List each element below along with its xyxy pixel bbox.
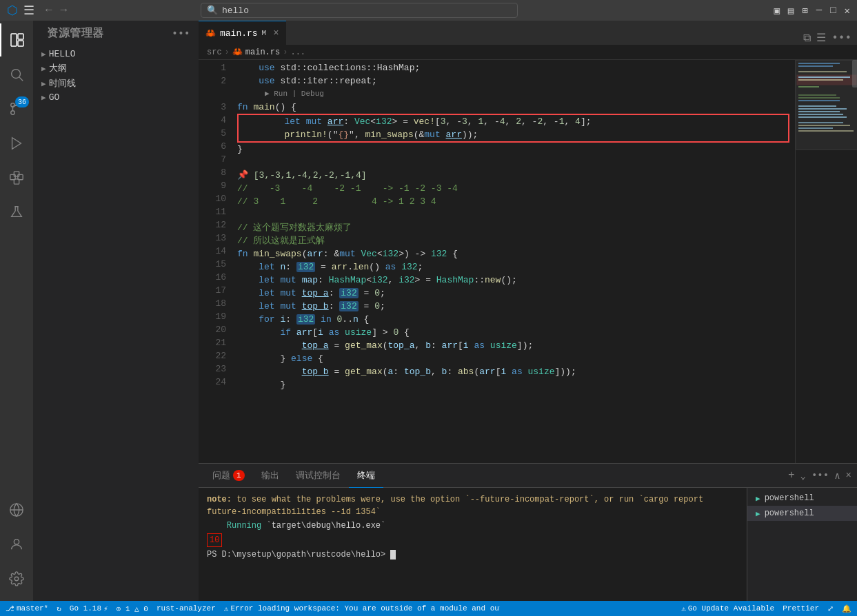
status-error-msg[interactable]: ⚠ Error loading workspace: You are outsi…	[224, 604, 500, 613]
terminal-item-powershell-1[interactable]: ▶ powershell	[747, 491, 857, 506]
go-update-icon: ⚠	[681, 604, 686, 613]
code-line-12: // 这个题写对数器太麻烦了	[232, 221, 795, 234]
code-line-18: let mut top_b: i32 = 0;	[232, 300, 795, 313]
close-button[interactable]: ✕	[845, 5, 850, 17]
ln-15: 15	[199, 258, 226, 271]
status-notifications[interactable]: 🔔	[842, 604, 851, 613]
terminal-sidebar: ▶ powershell ▶ powershell	[747, 488, 857, 601]
debug-link[interactable]: Debug	[301, 88, 324, 101]
svg-point-5	[11, 111, 15, 115]
tab-filename: main.rs	[220, 28, 258, 39]
activity-run[interactable]	[0, 127, 33, 160]
ln-19: 19	[199, 310, 226, 323]
chevron-right-icon-outline: ▶	[41, 64, 46, 73]
code-line-19: for i: i32 in 0..n {	[232, 313, 795, 326]
panel-tab-output[interactable]: 输出	[253, 464, 288, 488]
panel-icon[interactable]: ▤	[788, 5, 794, 17]
status-encoding[interactable]: ⤢	[827, 604, 834, 613]
ln-13: 13	[199, 232, 226, 245]
ln-2: 2	[199, 74, 226, 88]
ln-23: 23	[199, 362, 226, 376]
ln-1: 1	[199, 61, 226, 74]
terminal-main[interactable]: note: to see what the problems were, use…	[199, 488, 747, 601]
add-terminal-icon[interactable]: +	[788, 469, 795, 482]
menu-icon[interactable]: ☰	[23, 3, 34, 18]
panel-tab-problems[interactable]: 问题 1	[204, 464, 253, 488]
layout-icon[interactable]: ▣	[774, 5, 779, 17]
status-go-update[interactable]: ⚠ Go Update Available	[681, 604, 774, 613]
error-msg-label: Error loading workspace: You are outside…	[230, 604, 499, 613]
back-button[interactable]: ←	[43, 3, 55, 18]
sidebar-item-label-outline: 大纲	[49, 62, 67, 74]
status-branch[interactable]: ⎇ master*	[6, 604, 48, 613]
status-sync[interactable]: ↻	[57, 604, 61, 613]
status-go-version[interactable]: Go 1.18 ⚡	[70, 604, 108, 613]
forward-button[interactable]: →	[58, 3, 70, 18]
breadcrumb-src[interactable]: src	[207, 48, 222, 57]
breadcrumb-filename[interactable]: main.rs	[245, 48, 280, 57]
svg-point-13	[14, 540, 19, 544]
sidebar-item-outline[interactable]: ▶ 大纲	[33, 61, 199, 76]
run-link[interactable]: ▶ Run	[265, 88, 288, 101]
ln-9: 9	[199, 179, 226, 192]
svg-point-14	[14, 577, 19, 581]
terminal-icon-2: ▶	[756, 509, 760, 518]
sidebar-item-label-hello: HELLO	[49, 49, 76, 59]
sidebar-more-icon[interactable]: •••	[172, 28, 190, 39]
split-editor-icon[interactable]: ⧉	[803, 32, 811, 45]
window-controls: ▣ ▤ ⊞ ─ □ ✕	[774, 5, 850, 17]
search-icon: 🔍	[207, 5, 218, 16]
ln-3: 3	[199, 101, 226, 114]
svg-point-3	[12, 70, 21, 79]
maximize-button[interactable]: □	[830, 5, 836, 17]
activity-flask[interactable]	[0, 196, 33, 229]
activity-settings[interactable]	[0, 562, 33, 595]
panel-tab-debug-label: 调试控制台	[296, 469, 341, 482]
search-bar[interactable]: 🔍 hello	[201, 3, 518, 18]
code-line-24: }	[232, 378, 795, 391]
ln-4: 4	[199, 114, 226, 127]
sidebar: 资源管理器 ••• ▶ HELLO ▶ 大纲 ▶ 时间线 ▶ GO	[33, 21, 199, 601]
panel-close-icon[interactable]: ×	[846, 470, 851, 481]
ln-21: 21	[199, 336, 226, 349]
status-errors[interactable]: ⊙ 1 △ 0	[117, 604, 148, 613]
code-content[interactable]: use std::collections::HashMap; use std::…	[232, 60, 795, 463]
status-prettier[interactable]: Prettier	[783, 604, 819, 613]
minimize-button[interactable]: ─	[816, 5, 822, 17]
tab-close-icon[interactable]: ×	[273, 28, 279, 39]
panel-tab-terminal[interactable]: 终端	[349, 464, 383, 488]
ln-24: 24	[199, 376, 226, 389]
sidebar-item-go[interactable]: ▶ GO	[33, 91, 199, 104]
sidebar-item-hello[interactable]: ▶ HELLO	[33, 48, 199, 61]
panel-maximize-icon[interactable]: ∧	[834, 470, 840, 482]
editor-area: 🦀 main.rs M × ⧉ ☰ ••• src › 🦀 main.rs › …	[199, 21, 857, 601]
panel-more-icon[interactable]: •••	[811, 470, 829, 481]
go-update-label: Go Update Available	[688, 604, 774, 613]
panel-tab-problems-label: 问题	[212, 469, 230, 482]
sidebar-title: 资源管理器	[47, 26, 104, 41]
more-actions-icon[interactable]: •••	[831, 32, 851, 44]
svg-rect-2	[18, 41, 23, 46]
sidebar-item-timeline[interactable]: ▶ 时间线	[33, 76, 199, 91]
activity-explorer[interactable]	[0, 23, 33, 57]
code-line-23: top_b = get_max(a: top_b, b: abs(arr[i a…	[232, 365, 795, 378]
activity-extensions[interactable]	[0, 161, 33, 194]
activity-remote[interactable]	[0, 493, 33, 526]
tabs-right: ⧉ ☰ •••	[803, 31, 857, 45]
more-terminals-icon[interactable]: ⌄	[800, 470, 806, 482]
tab-main-rs[interactable]: 🦀 main.rs M ×	[199, 21, 286, 45]
toggle-panel-icon[interactable]: ☰	[816, 31, 826, 45]
activity-account[interactable]	[0, 528, 33, 561]
activity-source-control[interactable]: 36	[0, 92, 33, 125]
terminal-item-powershell-2[interactable]: ▶ powershell	[747, 506, 857, 521]
sidebar-section-hello: ▶ HELLO ▶ 大纲 ▶ 时间线 ▶ GO	[33, 46, 199, 105]
panel-tab-debug-console[interactable]: 调试控制台	[288, 464, 349, 488]
code-line-16: let mut map: HashMap<i32, i32> = HashMap…	[232, 274, 795, 287]
activity-search[interactable]	[0, 58, 33, 91]
grid-icon[interactable]: ⊞	[802, 5, 807, 17]
svg-rect-11	[14, 172, 19, 176]
prettier-label: Prettier	[783, 604, 819, 613]
breadcrumb-more[interactable]: ...	[290, 48, 305, 57]
branch-icon: ⎇	[6, 604, 14, 613]
status-rust-analyzer[interactable]: rust-analyzer	[157, 604, 216, 613]
